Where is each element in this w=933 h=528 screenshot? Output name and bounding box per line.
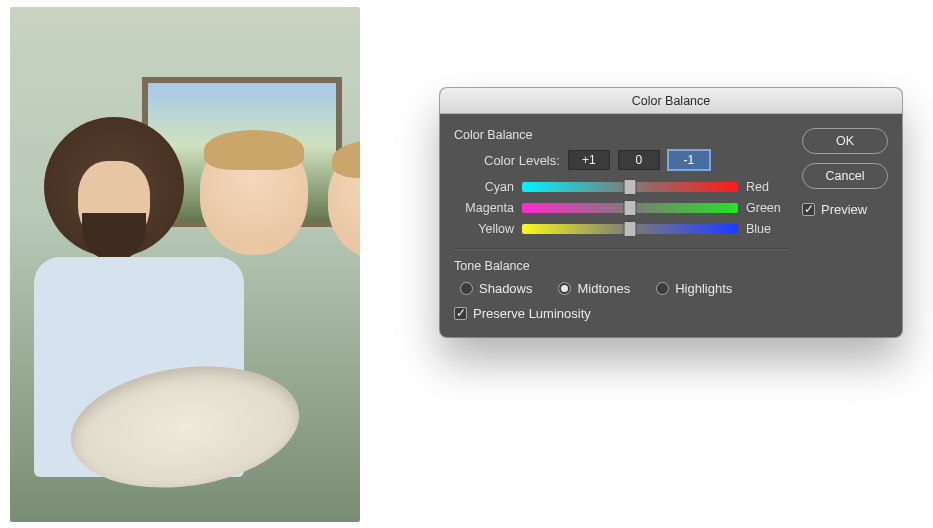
slider-right-blue: Blue [746, 222, 788, 236]
section-divider [454, 248, 788, 249]
slider-magenta-green[interactable] [522, 203, 738, 213]
preserve-luminosity-label: Preserve Luminosity [473, 306, 591, 321]
radio-highlights[interactable]: Highlights [656, 281, 732, 296]
radio-shadows[interactable]: Shadows [460, 281, 532, 296]
preserve-luminosity[interactable]: Preserve Luminosity [454, 306, 788, 321]
slider-left-yellow: Yellow [454, 222, 514, 236]
radio-label-shadows: Shadows [479, 281, 532, 296]
preview-toggle[interactable]: Preview [802, 202, 888, 217]
checkbox-preview [802, 203, 815, 216]
dialog-title: Color Balance [632, 94, 711, 108]
radio-label-highlights: Highlights [675, 281, 732, 296]
ok-label: OK [836, 134, 854, 148]
level-input-cyan-red[interactable]: +1 [568, 150, 610, 170]
tone-balance-radios: Shadows Midtones Highlights [460, 281, 788, 296]
dialog-titlebar: Color Balance [440, 88, 902, 114]
radio-midtones[interactable]: Midtones [558, 281, 630, 296]
slider-right-red: Red [746, 180, 788, 194]
slider-knob-yellow-blue[interactable] [624, 221, 637, 237]
slider-left-magenta: Magenta [454, 201, 514, 215]
slider-yellow-blue[interactable] [522, 224, 738, 234]
color-levels-label: Color Levels: [484, 153, 560, 168]
radio-dot-highlights [656, 282, 669, 295]
ok-button[interactable]: OK [802, 128, 888, 154]
radio-dot-midtones [558, 282, 571, 295]
composite-photo [10, 7, 360, 522]
checkbox-preserve-luminosity [454, 307, 467, 320]
level-input-yellow-blue[interactable]: -1 [668, 150, 710, 170]
cancel-button[interactable]: Cancel [802, 163, 888, 189]
level-input-magenta-green[interactable]: 0 [618, 150, 660, 170]
slider-knob-magenta-green[interactable] [624, 200, 637, 216]
slider-cyan-red[interactable] [522, 182, 738, 192]
face-swap-2 [328, 147, 360, 259]
color-balance-dialog: Color Balance Color Balance Color Levels… [440, 88, 902, 337]
face-swap-1 [200, 137, 308, 255]
radio-dot-shadows [460, 282, 473, 295]
painter-beard [82, 213, 146, 261]
section-tone-balance: Tone Balance [454, 259, 788, 273]
radio-label-midtones: Midtones [577, 281, 630, 296]
slider-right-green: Green [746, 201, 788, 215]
preview-label: Preview [821, 202, 867, 217]
slider-knob-cyan-red[interactable] [624, 179, 637, 195]
color-levels-row: Color Levels: +1 0 -1 [454, 150, 788, 170]
section-color-balance: Color Balance [454, 128, 788, 142]
cancel-label: Cancel [826, 169, 865, 183]
slider-left-cyan: Cyan [454, 180, 514, 194]
